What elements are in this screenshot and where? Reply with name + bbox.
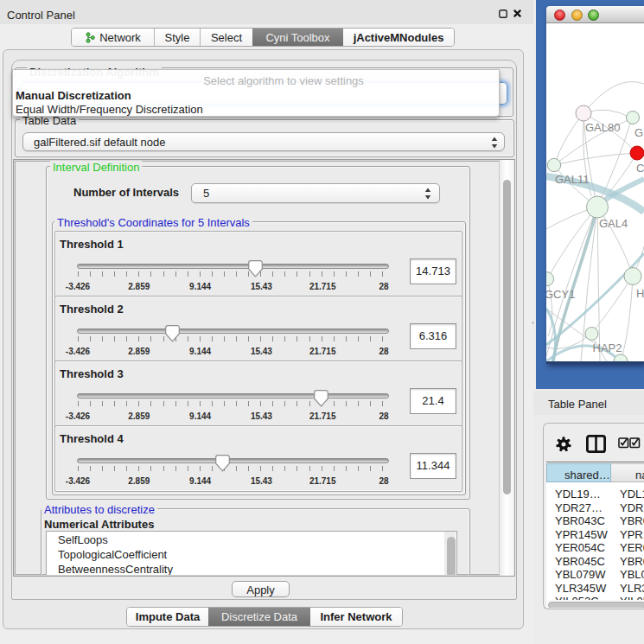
svg-text:GAL11: GAL11 xyxy=(555,173,590,186)
svg-text:GAL80: GAL80 xyxy=(585,121,620,134)
svg-text:GAL4: GAL4 xyxy=(599,217,628,230)
svg-text:G…: G… xyxy=(634,126,644,139)
svg-text:C: C xyxy=(636,162,644,175)
svg-text:HAP2: HAP2 xyxy=(593,341,622,354)
svg-text:GCY1: GCY1 xyxy=(546,288,575,301)
svg-text:H: H xyxy=(636,287,644,300)
